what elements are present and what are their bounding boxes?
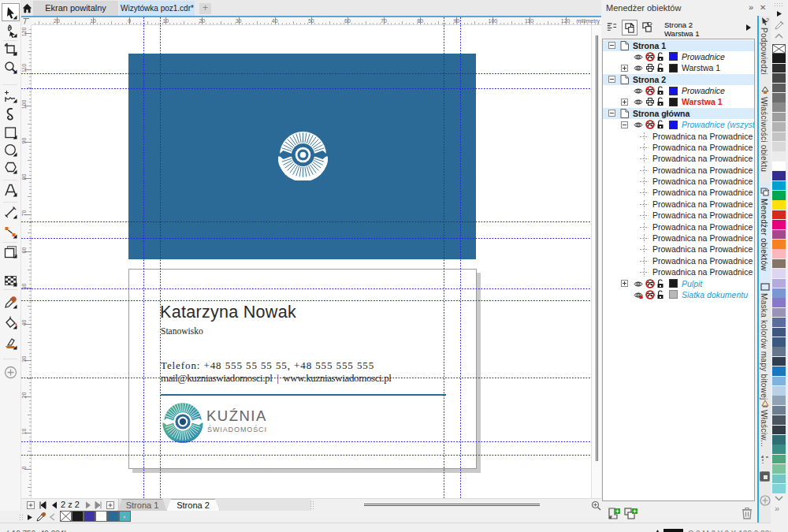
svg-text:?: ?	[766, 17, 769, 23]
